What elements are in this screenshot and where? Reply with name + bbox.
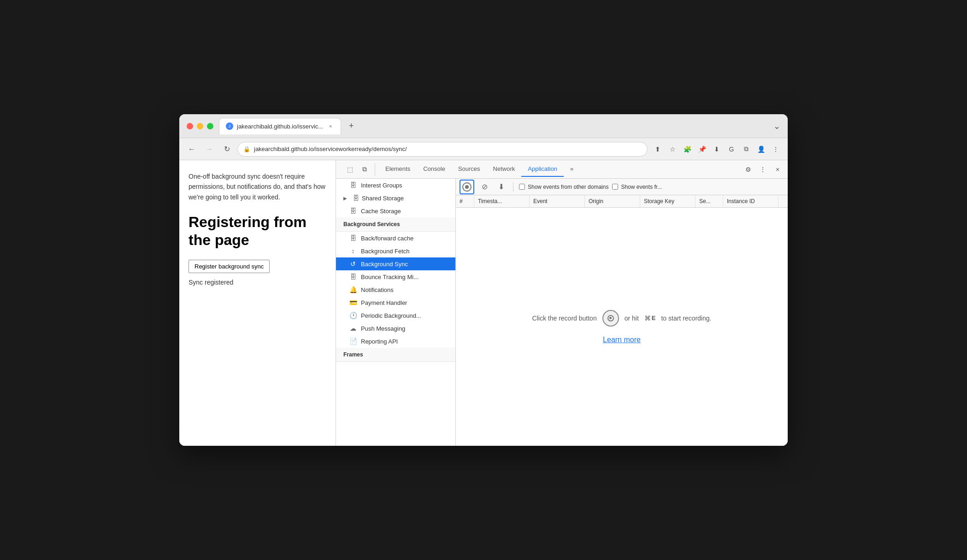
back-button[interactable]: ←: [185, 142, 199, 156]
sync-status-text: Sync registered: [189, 279, 326, 286]
sidebar-item-payment-handler[interactable]: 💳 Payment Handler: [336, 296, 455, 309]
window-chevron-icon[interactable]: ⌄: [773, 121, 780, 131]
tab-close-icon[interactable]: ×: [327, 122, 334, 130]
devtools-main-panel: ⊘ ⬇ Show events from other domains Show …: [456, 179, 788, 446]
devtools-body: 🗄 Interest Groups ▶ 🗄 Shared Storage 🗄 C…: [336, 179, 788, 446]
learn-more-link[interactable]: Learn more: [603, 336, 641, 344]
browser-window: J jakearchibald.github.io/isservic... × …: [179, 114, 788, 446]
record-button-dot: [465, 185, 469, 189]
menu-button[interactable]: ⋮: [769, 143, 782, 156]
show-other-domains-checkbox[interactable]: Show events from other domains: [519, 184, 608, 190]
notifications-icon: 🔔: [349, 286, 357, 293]
address-bar[interactable]: 🔒 jakearchibald.github.io/isserviceworke…: [237, 142, 648, 157]
tab-more[interactable]: »: [564, 162, 580, 177]
col-header-timestamp: Timestа...: [474, 195, 530, 207]
sidebar-label-payment-handler: Payment Handler: [361, 299, 407, 306]
record-button-inner: [462, 182, 472, 192]
profile-button[interactable]: 👤: [755, 143, 767, 156]
empty-hint: Click the record button or hit ⌘ E: [532, 310, 712, 327]
sidebar-item-reporting-api[interactable]: 📄 Reporting API: [336, 335, 455, 348]
background-fetch-icon: ↕: [349, 247, 357, 255]
sidebar-label-bounce-tracking: Bounce Tracking Mi...: [361, 274, 419, 280]
mini-record-dot: [609, 317, 612, 319]
tab-console[interactable]: Console: [417, 162, 452, 177]
refresh-button[interactable]: ↻: [220, 142, 234, 156]
google-button[interactable]: G: [725, 143, 738, 156]
sidebar-item-background-fetch[interactable]: ↕ Background Fetch: [336, 245, 455, 257]
backforward-icon: 🗄: [349, 234, 357, 242]
browser-tab[interactable]: J jakearchibald.github.io/isservic... ×: [219, 118, 341, 134]
col-header-storage-key: Storage Key: [640, 195, 696, 207]
devtools-panel: ⬚ ⧉ Elements Console Sources Network App…: [336, 160, 788, 446]
sidebar-item-periodic-background[interactable]: 🕐 Periodic Background...: [336, 309, 455, 322]
mini-record-inner: [607, 315, 614, 321]
show-events-fr-checkbox[interactable]: Show events fr...: [612, 184, 662, 190]
sidebar-label-background-fetch: Background Fetch: [361, 248, 410, 255]
tab-elements[interactable]: Elements: [379, 162, 417, 177]
frames-header: Frames: [336, 348, 455, 362]
tab-network[interactable]: Network: [487, 162, 522, 177]
hint-text-2: or hit: [625, 315, 639, 322]
sidebar-label-notifications: Notifications: [361, 286, 394, 293]
extensions-button[interactable]: 🧩: [681, 143, 694, 156]
sidebar-label-reporting-api: Reporting API: [361, 338, 398, 345]
export-button[interactable]: ⬇: [495, 181, 507, 193]
device-toolbar-icon[interactable]: ⧉: [358, 163, 371, 176]
col-header-event: Event: [530, 195, 585, 207]
tab-title: jakearchibald.github.io/isservic...: [237, 123, 323, 130]
devtools-settings: ⚙ ⋮ ×: [742, 163, 784, 176]
col-header-origin: Origin: [585, 195, 640, 207]
bounce-tracking-icon: 🗄: [349, 273, 357, 280]
register-sync-button[interactable]: Register background sync: [189, 260, 270, 273]
sidebar-item-shared-storage[interactable]: ▶ 🗄 Shared Storage: [336, 192, 455, 204]
forward-button[interactable]: →: [202, 142, 216, 156]
cmd-symbol: ⌘: [644, 315, 651, 322]
page-description: One-off background sync doesn't require …: [189, 171, 326, 202]
traffic-lights: [187, 123, 213, 129]
sidebar-item-notifications[interactable]: 🔔 Notifications: [336, 283, 455, 296]
record-button[interactable]: [460, 180, 474, 194]
tab-sources[interactable]: Sources: [452, 162, 487, 177]
tab-application[interactable]: Application: [521, 162, 564, 177]
payment-handler-icon: 💳: [349, 299, 357, 306]
background-sync-icon: ↺: [349, 260, 357, 268]
share-button[interactable]: ⬆: [651, 143, 664, 156]
background-services-header: Background Services: [336, 217, 455, 232]
kbd-key: E: [652, 315, 656, 321]
minimize-button[interactable]: [197, 123, 203, 129]
maximize-button[interactable]: [207, 123, 213, 129]
inspect-element-icon[interactable]: ⬚: [343, 163, 356, 176]
devtools-close-icon[interactable]: ×: [771, 163, 784, 176]
sidebar-item-interest-groups[interactable]: 🗄 Interest Groups: [336, 179, 455, 192]
sidebar-item-cache-storage[interactable]: 🗄 Cache Storage: [336, 204, 455, 217]
sidebar-item-backforward[interactable]: 🗄 Back/forward cache: [336, 232, 455, 245]
sidebar-item-push-messaging[interactable]: ☁ Push Messaging: [336, 322, 455, 335]
col-header-se: Se...: [696, 195, 723, 207]
download-button[interactable]: ⬇: [710, 143, 723, 156]
lock-icon: 🔒: [243, 146, 250, 152]
clear-button[interactable]: ⊘: [478, 181, 491, 193]
panel-empty-state: Click the record button or hit ⌘ E: [456, 208, 788, 446]
sidebar-label-push-messaging: Push Messaging: [361, 325, 405, 332]
sidebar-label-backforward: Back/forward cache: [361, 235, 413, 242]
new-tab-button[interactable]: +: [345, 120, 358, 133]
nav-bar: ← → ↻ 🔒 jakearchibald.github.io/isservic…: [179, 138, 788, 160]
pin-button[interactable]: 📌: [696, 143, 708, 156]
close-button[interactable]: [187, 123, 193, 129]
title-bar: J jakearchibald.github.io/isservic... × …: [179, 114, 788, 138]
sidebar-label-periodic-background: Periodic Background...: [361, 312, 421, 319]
interest-groups-icon: 🗄: [349, 181, 357, 189]
sidebar-item-bounce-tracking[interactable]: 🗄 Bounce Tracking Mi...: [336, 270, 455, 283]
devtools-more-icon[interactable]: ⋮: [756, 163, 769, 176]
devtools-tab-bar: ⬚ ⧉ Elements Console Sources Network App…: [336, 160, 788, 179]
push-messaging-icon: ☁: [349, 325, 357, 332]
col-header-num: #: [456, 195, 474, 207]
mini-record-button[interactable]: [602, 310, 619, 327]
nav-actions: ⬆ ☆ 🧩 📌 ⬇ G ⧉ 👤 ⋮: [651, 143, 782, 156]
sidebar-item-background-sync[interactable]: ↺ Background Sync: [336, 257, 455, 270]
split-button[interactable]: ⧉: [740, 143, 753, 156]
devtools-settings-icon[interactable]: ⚙: [742, 163, 755, 176]
hint-text-3: to start recording.: [661, 315, 711, 322]
reporting-api-icon: 📄: [349, 338, 357, 345]
bookmark-button[interactable]: ☆: [666, 143, 679, 156]
